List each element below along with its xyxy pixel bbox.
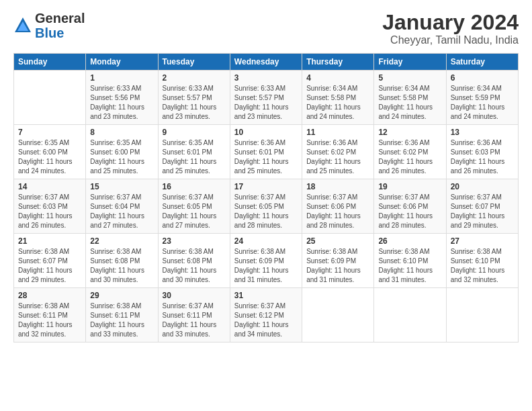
calendar-cell: 20Sunrise: 6:37 AMSunset: 6:07 PMDayligh… [446,179,518,234]
day-number: 1 [90,73,153,83]
day-number: 30 [163,291,226,300]
col-wednesday: Wednesday [230,54,302,71]
calendar-cell [446,288,518,342]
logo-text: General Blue [35,11,85,40]
day-info: Sunrise: 6:37 AMSunset: 6:03 PMDaylight:… [18,193,81,230]
calendar-cell: 14Sunrise: 6:37 AMSunset: 6:03 PMDayligh… [14,179,86,234]
table-header: Sunday Monday Tuesday Wednesday Thursday… [14,54,519,71]
calendar-cell: 16Sunrise: 6:37 AMSunset: 6:05 PMDayligh… [158,179,230,234]
calendar-cell: 9Sunrise: 6:35 AMSunset: 6:01 PMDaylight… [158,125,230,179]
day-number: 21 [18,236,81,246]
week-row-3: 14Sunrise: 6:37 AMSunset: 6:03 PMDayligh… [14,179,519,234]
col-friday: Friday [374,54,446,71]
calendar-cell: 10Sunrise: 6:36 AMSunset: 6:01 PMDayligh… [230,125,302,179]
day-number: 4 [306,73,369,83]
day-info: Sunrise: 6:35 AMSunset: 6:00 PMDaylight:… [18,138,81,176]
col-saturday: Saturday [446,54,518,71]
calendar-cell: 3Sunrise: 6:33 AMSunset: 5:57 PMDaylight… [230,71,302,125]
day-number: 24 [234,236,298,246]
week-row-4: 21Sunrise: 6:38 AMSunset: 6:07 PMDayligh… [14,234,519,288]
day-info: Sunrise: 6:38 AMSunset: 6:11 PMDaylight:… [18,302,81,339]
calendar-cell: 23Sunrise: 6:38 AMSunset: 6:08 PMDayligh… [158,234,230,288]
day-number: 26 [378,236,441,246]
week-row-5: 28Sunrise: 6:38 AMSunset: 6:11 PMDayligh… [14,288,519,342]
day-info: Sunrise: 6:37 AMSunset: 6:05 PMDaylight:… [163,193,226,230]
col-monday: Monday [86,54,158,71]
day-number: 16 [163,182,226,191]
day-number: 13 [451,128,514,137]
calendar-cell: 7Sunrise: 6:35 AMSunset: 6:00 PMDaylight… [14,125,86,179]
calendar-cell: 17Sunrise: 6:37 AMSunset: 6:05 PMDayligh… [230,179,302,234]
day-number: 14 [18,182,81,191]
col-tuesday: Tuesday [158,54,230,71]
week-row-2: 7Sunrise: 6:35 AMSunset: 6:00 PMDaylight… [14,125,519,179]
day-info: Sunrise: 6:34 AMSunset: 5:59 PMDaylight:… [451,84,514,122]
calendar-cell: 8Sunrise: 6:35 AMSunset: 6:00 PMDaylight… [86,125,158,179]
day-info: Sunrise: 6:35 AMSunset: 6:00 PMDaylight:… [90,138,153,176]
day-info: Sunrise: 6:37 AMSunset: 6:06 PMDaylight:… [378,193,441,230]
calendar-cell: 5Sunrise: 6:34 AMSunset: 5:58 PMDaylight… [374,71,446,125]
calendar-cell: 11Sunrise: 6:36 AMSunset: 6:02 PMDayligh… [302,125,374,179]
col-sunday: Sunday [14,54,86,71]
day-info: Sunrise: 6:37 AMSunset: 6:05 PMDaylight:… [234,193,298,230]
calendar-cell: 21Sunrise: 6:38 AMSunset: 6:07 PMDayligh… [14,234,86,288]
day-number: 22 [90,236,153,246]
calendar-cell: 25Sunrise: 6:38 AMSunset: 6:09 PMDayligh… [302,234,374,288]
day-number: 19 [378,182,441,191]
day-info: Sunrise: 6:36 AMSunset: 6:03 PMDaylight:… [451,138,514,176]
day-info: Sunrise: 6:34 AMSunset: 5:58 PMDaylight:… [306,84,369,122]
day-number: 27 [451,236,514,246]
day-number: 28 [18,291,81,300]
calendar-cell: 27Sunrise: 6:38 AMSunset: 6:10 PMDayligh… [446,234,518,288]
calendar-cell: 24Sunrise: 6:38 AMSunset: 6:09 PMDayligh… [230,234,302,288]
header: General Blue January 2024 Cheyyar, Tamil… [13,11,519,46]
day-number: 5 [378,73,441,83]
week-row-1: 1Sunrise: 6:33 AMSunset: 5:56 PMDaylight… [14,71,519,125]
day-info: Sunrise: 6:37 AMSunset: 6:06 PMDaylight:… [306,193,369,230]
day-number: 7 [18,128,81,137]
day-number: 17 [234,182,298,191]
day-info: Sunrise: 6:38 AMSunset: 6:10 PMDaylight:… [378,247,441,285]
day-info: Sunrise: 6:33 AMSunset: 5:57 PMDaylight:… [163,84,226,122]
calendar-cell [374,288,446,342]
day-number: 10 [234,128,298,137]
day-info: Sunrise: 6:37 AMSunset: 6:11 PMDaylight:… [163,302,226,339]
calendar-cell: 4Sunrise: 6:34 AMSunset: 5:58 PMDaylight… [302,71,374,125]
calendar-cell: 19Sunrise: 6:37 AMSunset: 6:06 PMDayligh… [374,179,446,234]
page: General Blue January 2024 Cheyyar, Tamil… [0,0,532,349]
day-number: 12 [378,128,441,137]
day-info: Sunrise: 6:36 AMSunset: 6:02 PMDaylight:… [378,138,441,176]
calendar-cell: 22Sunrise: 6:38 AMSunset: 6:08 PMDayligh… [86,234,158,288]
calendar-cell: 31Sunrise: 6:37 AMSunset: 6:12 PMDayligh… [230,288,302,342]
day-number: 3 [234,73,298,83]
day-info: Sunrise: 6:36 AMSunset: 6:02 PMDaylight:… [306,138,369,176]
page-title: January 2024 [382,11,519,34]
day-number: 15 [90,182,153,191]
day-number: 20 [451,182,514,191]
day-info: Sunrise: 6:36 AMSunset: 6:01 PMDaylight:… [234,138,298,176]
day-info: Sunrise: 6:33 AMSunset: 5:56 PMDaylight:… [90,84,153,122]
day-info: Sunrise: 6:38 AMSunset: 6:09 PMDaylight:… [234,247,298,285]
day-info: Sunrise: 6:38 AMSunset: 6:09 PMDaylight:… [306,247,369,285]
calendar-cell: 12Sunrise: 6:36 AMSunset: 6:02 PMDayligh… [374,125,446,179]
calendar-cell: 18Sunrise: 6:37 AMSunset: 6:06 PMDayligh… [302,179,374,234]
logo-blue: Blue [35,26,85,40]
logo-general: General [35,11,85,26]
logo: General Blue [13,11,85,40]
calendar-cell: 6Sunrise: 6:34 AMSunset: 5:59 PMDaylight… [446,71,518,125]
day-info: Sunrise: 6:34 AMSunset: 5:58 PMDaylight:… [378,84,441,122]
day-number: 6 [451,73,514,83]
calendar-cell: 26Sunrise: 6:38 AMSunset: 6:10 PMDayligh… [374,234,446,288]
day-number: 8 [90,128,153,137]
calendar-body: 1Sunrise: 6:33 AMSunset: 5:56 PMDaylight… [14,71,519,342]
calendar-table: Sunday Monday Tuesday Wednesday Thursday… [13,53,519,342]
calendar-cell: 15Sunrise: 6:37 AMSunset: 6:04 PMDayligh… [86,179,158,234]
day-number: 9 [163,128,226,137]
calendar-cell: 13Sunrise: 6:36 AMSunset: 6:03 PMDayligh… [446,125,518,179]
day-info: Sunrise: 6:35 AMSunset: 6:01 PMDaylight:… [163,138,226,176]
day-info: Sunrise: 6:38 AMSunset: 6:10 PMDaylight:… [451,247,514,285]
calendar-cell [302,288,374,342]
logo-icon [13,16,32,35]
title-block: January 2024 Cheyyar, Tamil Nadu, India [382,11,519,46]
header-row: Sunday Monday Tuesday Wednesday Thursday… [14,54,519,71]
